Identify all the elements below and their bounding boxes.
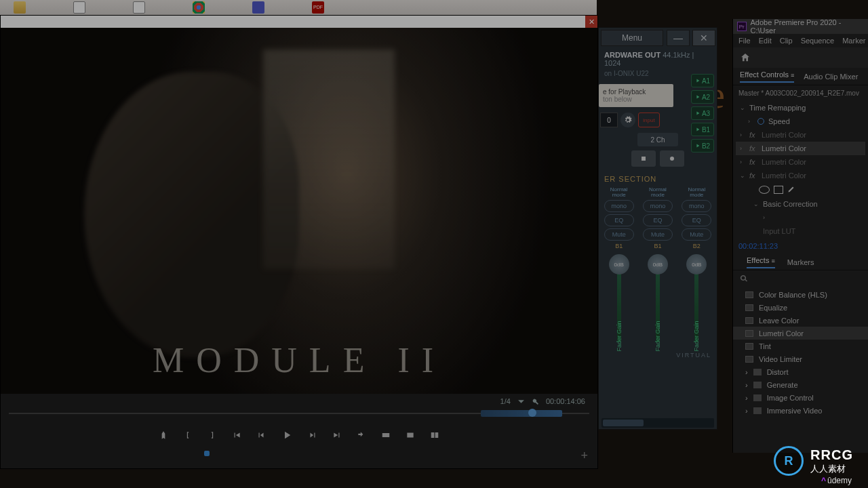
- compare-icon[interactable]: [430, 430, 439, 443]
- strip-mode[interactable]: Normalmode: [649, 187, 667, 198]
- playback-fraction[interactable]: 1/4: [500, 397, 511, 405]
- eq-button[interactable]: EQ: [682, 214, 711, 226]
- close-button[interactable]: ✕: [692, 30, 715, 46]
- tree-row[interactable]: ›: [736, 211, 865, 224]
- tree-time-remapping[interactable]: ⌄Time Remapping: [736, 101, 865, 115]
- menu-file[interactable]: File: [738, 37, 751, 45]
- input-badge[interactable]: input: [638, 113, 660, 127]
- step-forward-icon[interactable]: [308, 430, 317, 443]
- pen-mask-icon[interactable]: [787, 185, 795, 195]
- fader[interactable]: 0dBFader Gain: [656, 254, 660, 349]
- tree-lumetri[interactable]: ›fxLumetri Color: [736, 155, 865, 169]
- mono-button[interactable]: mono: [643, 200, 673, 212]
- fader[interactable]: 0dBFader Gain: [617, 254, 621, 349]
- record-button[interactable]: [660, 150, 684, 167]
- chevron-down-icon[interactable]: [517, 398, 525, 405]
- pdf-icon[interactable]: PDF: [312, 1, 324, 14]
- watermark-text-cn: 人人素材: [810, 463, 853, 475]
- fader-knob[interactable]: 0dB: [686, 254, 707, 274]
- add-button[interactable]: +: [580, 449, 588, 463]
- effect-folder[interactable]: ›Immersive Video: [733, 404, 868, 417]
- mono-button[interactable]: mono: [682, 200, 711, 212]
- mute-button[interactable]: Mute: [682, 228, 711, 241]
- route-b2[interactable]: B2: [691, 139, 714, 152]
- tree-lumetri[interactable]: ›fxLumetri Color: [736, 142, 865, 155]
- effect-item[interactable]: Video Limiter: [733, 352, 868, 365]
- tab-effect-controls[interactable]: Effect Controls≡: [740, 70, 794, 83]
- mono-button[interactable]: mono: [604, 200, 634, 212]
- export-frame-icon[interactable]: [406, 430, 415, 443]
- pages-icon[interactable]: [133, 1, 145, 14]
- mute-button[interactable]: Mute: [643, 228, 673, 241]
- effect-item[interactable]: Lumetri Color: [733, 327, 868, 340]
- rect-mask-icon[interactable]: [774, 186, 783, 194]
- video-timeline[interactable]: [9, 409, 589, 418]
- tab-audio-clip-mixer[interactable]: Audio Clip Mixer: [804, 73, 858, 81]
- fader[interactable]: 0dBFader Gain: [694, 254, 698, 349]
- ellipse-mask-icon[interactable]: [759, 186, 770, 194]
- timeline-playhead[interactable]: [528, 409, 536, 417]
- minimize-button[interactable]: —: [667, 30, 690, 46]
- channel-box[interactable]: 2 Ch: [637, 133, 678, 146]
- tree-input-lut[interactable]: Input LUT: [736, 224, 865, 238]
- effect-item[interactable]: Equalize: [733, 301, 868, 314]
- buffer-field[interactable]: 0: [600, 113, 618, 127]
- video-viewport[interactable]: MODULE II: [1, 28, 597, 394]
- menu-sequence[interactable]: Sequence: [801, 37, 835, 45]
- menu-markers[interactable]: Marker: [842, 37, 865, 45]
- effect-folder[interactable]: ›Distort: [733, 365, 868, 378]
- fader-knob[interactable]: 0dB: [609, 254, 629, 274]
- gear-icon[interactable]: [620, 113, 635, 127]
- mute-button[interactable]: Mute: [604, 228, 634, 241]
- home-button[interactable]: [733, 47, 868, 68]
- strip-mode[interactable]: Normalmode: [688, 187, 705, 198]
- eq-button[interactable]: EQ: [643, 214, 673, 226]
- tab-effects[interactable]: Effects≡: [747, 256, 775, 268]
- out-bracket-icon[interactable]: [208, 430, 217, 443]
- effect-item[interactable]: Leave Color: [733, 314, 868, 327]
- eq-button[interactable]: EQ: [604, 214, 634, 226]
- tree-lumetri[interactable]: ⌄fxLumetri Color: [736, 169, 865, 182]
- in-bracket-icon[interactable]: [183, 430, 193, 443]
- route-b1[interactable]: B1: [691, 123, 714, 136]
- effect-folder[interactable]: ›Generate: [733, 378, 868, 391]
- go-end-icon[interactable]: [332, 430, 342, 443]
- stopwatch-icon[interactable]: [757, 118, 764, 125]
- close-button[interactable]: ✕: [585, 16, 597, 28]
- effect-item[interactable]: Color Balance (HLS): [733, 288, 868, 301]
- textedit-icon[interactable]: [73, 1, 85, 14]
- marker-icon[interactable]: [159, 430, 168, 443]
- sync-indicator[interactable]: [204, 451, 210, 456]
- finder-icon[interactable]: [14, 1, 26, 14]
- go-start-icon[interactable]: [232, 430, 241, 443]
- fader-knob[interactable]: 0dB: [648, 254, 668, 274]
- route-a2[interactable]: A2: [691, 90, 714, 104]
- overwrite-icon[interactable]: [381, 430, 391, 443]
- step-back-icon[interactable]: [256, 430, 266, 443]
- route-a1[interactable]: A1: [691, 74, 714, 87]
- audio-menu-button[interactable]: Menu: [601, 30, 663, 46]
- horizontal-scrollbar[interactable]: [601, 418, 714, 428]
- teams-icon[interactable]: [252, 1, 264, 14]
- strip-mode[interactable]: Normalmode: [610, 187, 628, 198]
- menu-edit[interactable]: Edit: [759, 37, 772, 45]
- stop-button[interactable]: [631, 150, 656, 167]
- tab-markers[interactable]: Markers: [787, 258, 814, 266]
- insert-icon[interactable]: [357, 430, 366, 443]
- effect-folder[interactable]: ›Image Control: [733, 391, 868, 404]
- chrome-icon[interactable]: [193, 1, 205, 14]
- panel-timecode[interactable]: 00:02:11:23: [733, 238, 868, 254]
- wrench-icon[interactable]: [532, 398, 539, 405]
- tree-lumetri[interactable]: ›fxLumetri Color: [736, 128, 865, 142]
- effects-search[interactable]: [733, 270, 868, 287]
- tree-speed[interactable]: ›Speed: [736, 115, 865, 128]
- timeline-zoom-bar[interactable]: [481, 410, 562, 417]
- play-button[interactable]: [281, 429, 293, 444]
- window-titlebar[interactable]: ✕: [1, 16, 597, 28]
- menu-clip[interactable]: Clip: [780, 37, 793, 45]
- route-a3[interactable]: A3: [691, 106, 714, 120]
- effect-item[interactable]: Tint: [733, 340, 868, 352]
- premiere-titlebar[interactable]: Pr Adobe Premiere Pro 2020 - C:\User: [733, 19, 868, 34]
- premiere-window: Pr Adobe Premiere Pro 2020 - C:\User Fil…: [732, 19, 868, 453]
- tree-basic-correction[interactable]: ⌄Basic Correction: [736, 197, 865, 211]
